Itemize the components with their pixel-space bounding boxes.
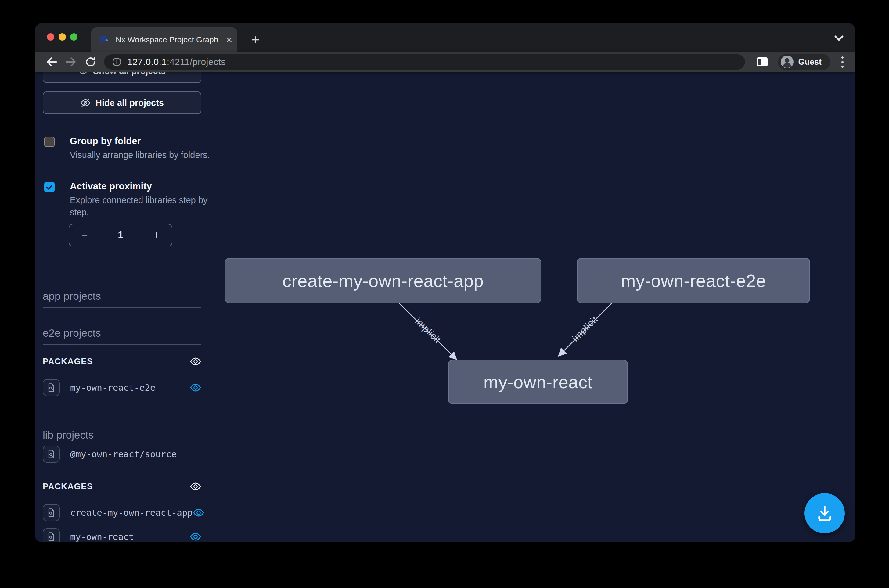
toggle-group-visibility-icon[interactable] [190,481,201,492]
focus-project-button[interactable] [43,528,60,542]
window-controls [47,33,78,40]
new-tab-button[interactable]: + [246,30,264,49]
graph-node-create-my-own-react-app[interactable]: create-my-own-react-app [225,258,541,303]
browser-window: Nx Workspace Project Graph × + 127.0.0.1… [35,23,855,542]
packages-group-label: PACKAGES [43,482,93,491]
project-visibility-icon[interactable] [193,507,204,519]
file-search-icon [47,449,56,459]
tab-search-chevron-icon[interactable] [831,32,847,45]
tab-strip: Nx Workspace Project Graph × + [35,23,855,52]
proximity-decrement-button[interactable]: − [69,225,100,246]
file-search-icon [47,508,56,518]
project-name: create-my-own-react-app [70,507,193,518]
activate-proximity-label: Activate proximity [70,181,152,192]
checkmark-icon [46,183,53,190]
project-name: @my-own-react/source [70,449,201,459]
e2e-packages-group: PACKAGES [43,356,201,367]
side-panel-button[interactable] [752,55,772,69]
group-by-folder-description: Visually arrange libraries by folders. [70,149,210,161]
e2e-projects-heading: e2e projects [43,327,201,345]
proximity-stepper: − 1 + [69,224,173,246]
project-name: my-own-react [70,532,190,542]
graph-node-label: my-own-react-e2e [621,270,766,291]
eye-off-icon [80,98,91,108]
projects-sidebar: Show all projects Hide all projects Grou… [35,72,210,542]
group-by-folder-checkbox[interactable] [44,136,55,147]
reload-button[interactable] [81,55,101,69]
profile-button[interactable]: Guest [778,54,830,70]
project-row-my-own-react[interactable]: my-own-react [43,528,201,542]
graph-node-label: create-my-own-react-app [282,270,484,291]
profile-label: Guest [798,57,821,67]
packages-group-label: PACKAGES [43,357,93,366]
edge-label: implicit [570,314,600,344]
activate-proximity-checkbox[interactable] [44,182,55,192]
minimize-window-button[interactable] [59,33,66,40]
sidebar-divider [35,264,210,264]
nx-favicon-icon [99,34,110,45]
lib-projects-heading: lib projects [43,429,201,447]
show-all-projects-button[interactable]: Show all projects [43,72,201,83]
focus-project-button[interactable] [43,379,60,396]
project-row-my-own-react-e2e[interactable]: my-own-react-e2e [43,379,201,396]
file-search-icon [47,532,56,542]
project-graph-canvas[interactable]: implicitimplicit create-my-own-react-app… [210,72,855,542]
show-all-projects-label: Show all projects [93,72,166,76]
hide-all-projects-button[interactable]: Hide all projects [43,92,201,114]
hide-all-projects-label: Hide all projects [96,98,164,108]
graph-node-label: my-own-react [484,372,592,392]
address-bar[interactable]: 127.0.0.1:4211/projects [104,54,745,69]
group-by-folder-label: Group by folder [70,136,141,147]
zoom-window-button[interactable] [70,33,78,40]
tab-title: Nx Workspace Project Graph [116,35,218,45]
project-row-my-own-react-source[interactable]: @my-own-react/source [43,446,201,463]
project-visibility-icon[interactable] [190,531,201,542]
project-row-create-my-own-react-app[interactable]: create-my-own-react-app [43,504,201,521]
url-text: 127.0.0.1:4211/projects [127,57,226,67]
browser-tab[interactable]: Nx Workspace Project Graph × [91,27,237,52]
browser-menu-button[interactable] [836,56,848,68]
download-icon [815,504,834,523]
browser-toolbar: 127.0.0.1:4211/projects Guest [35,52,855,72]
close-window-button[interactable] [47,33,54,40]
graph-node-my-own-react[interactable]: my-own-react [448,360,628,404]
activate-proximity-description: Explore connected libraries step by step… [70,194,210,218]
file-search-icon [47,383,56,393]
side-panel-icon [757,57,767,66]
graph-edges: implicitimplicit [210,72,855,542]
avatar-icon [780,55,794,69]
project-name: my-own-react-e2e [70,382,190,393]
focus-project-button[interactable] [43,446,60,463]
back-button[interactable] [42,55,61,69]
proximity-value: 1 [100,225,141,246]
proximity-increment-button[interactable]: + [141,225,172,246]
tab-close-icon[interactable]: × [224,34,234,45]
focus-project-button[interactable] [43,504,60,521]
lib-packages-group: PACKAGES [43,481,201,492]
download-graph-button[interactable] [805,493,845,533]
graph-node-my-own-react-e2e[interactable]: my-own-react-e2e [577,258,810,303]
eye-icon [78,72,88,76]
edge-label: implicit [413,316,443,345]
project-visibility-icon[interactable] [190,382,201,393]
site-info-icon[interactable] [112,57,122,67]
forward-button[interactable] [61,55,81,69]
app-projects-heading: app projects [43,290,201,308]
toggle-group-visibility-icon[interactable] [190,356,201,367]
